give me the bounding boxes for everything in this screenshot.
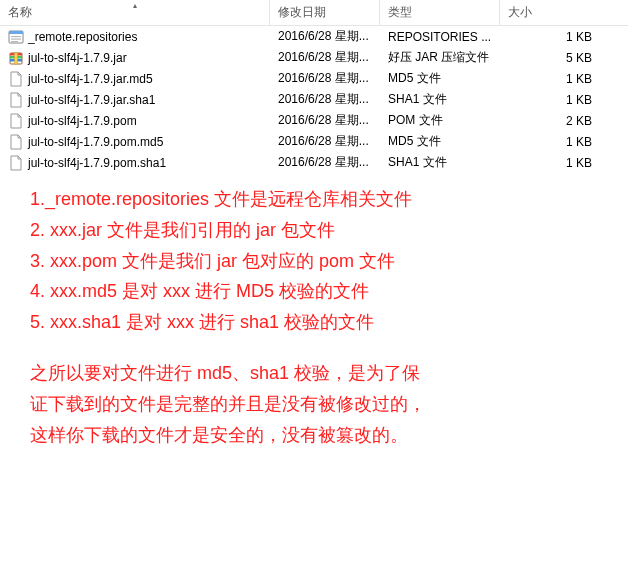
- column-header-row: 名称 ▴ 修改日期 类型 大小: [0, 0, 628, 26]
- annotation-block: 1._remote.repositories 文件是远程仓库相关文件 2. xx…: [0, 173, 628, 461]
- file-row[interactable]: jul-to-slf4j-1.7.9.pom.md52016/6/28 星期..…: [0, 131, 628, 152]
- annotation-line: 这样你下载的文件才是安全的，没有被篡改的。: [30, 421, 598, 450]
- file-row[interactable]: jul-to-slf4j-1.7.9.pom.sha12016/6/28 星期.…: [0, 152, 628, 173]
- file-type: MD5 文件: [380, 133, 500, 150]
- svg-rect-2: [11, 36, 21, 37]
- file-type-icon: [8, 92, 24, 108]
- file-name: jul-to-slf4j-1.7.9.jar: [28, 51, 127, 65]
- file-type-icon: [8, 71, 24, 87]
- file-size: 5 KB: [500, 51, 600, 65]
- file-row[interactable]: jul-to-slf4j-1.7.9.pom2016/6/28 星期...POM…: [0, 110, 628, 131]
- file-date: 2016/6/28 星期...: [270, 70, 380, 87]
- column-header-name[interactable]: 名称 ▴: [0, 0, 270, 25]
- svg-rect-9: [15, 53, 18, 64]
- annotation-line: 2. xxx.jar 文件是我们引用的 jar 包文件: [30, 216, 598, 245]
- file-type-icon: [8, 50, 24, 66]
- file-date: 2016/6/28 星期...: [270, 112, 380, 129]
- column-header-type[interactable]: 类型: [380, 0, 500, 25]
- file-type: MD5 文件: [380, 70, 500, 87]
- file-size: 2 KB: [500, 114, 600, 128]
- file-row[interactable]: jul-to-slf4j-1.7.9.jar.md52016/6/28 星期..…: [0, 68, 628, 89]
- column-header-type-label: 类型: [388, 4, 412, 21]
- file-size: 1 KB: [500, 72, 600, 86]
- sort-asc-icon: ▴: [133, 1, 137, 10]
- file-type: 好压 JAR 压缩文件: [380, 49, 500, 66]
- annotation-line: 3. xxx.pom 文件是我们 jar 包对应的 pom 文件: [30, 247, 598, 276]
- file-name: jul-to-slf4j-1.7.9.jar.sha1: [28, 93, 155, 107]
- file-size: 1 KB: [500, 93, 600, 107]
- column-header-date[interactable]: 修改日期: [270, 0, 380, 25]
- file-size: 1 KB: [500, 156, 600, 170]
- file-type: SHA1 文件: [380, 91, 500, 108]
- column-header-size-label: 大小: [508, 4, 532, 21]
- file-type-icon: [8, 134, 24, 150]
- file-type: POM 文件: [380, 112, 500, 129]
- svg-rect-3: [11, 38, 21, 39]
- file-name: jul-to-slf4j-1.7.9.pom.sha1: [28, 156, 166, 170]
- annotation-line: 证下载到的文件是完整的并且是没有被修改过的，: [30, 390, 598, 419]
- file-row[interactable]: _remote.repositories2016/6/28 星期...REPOS…: [0, 26, 628, 47]
- column-header-date-label: 修改日期: [278, 4, 326, 21]
- file-type-icon: [8, 155, 24, 171]
- file-name: jul-to-slf4j-1.7.9.pom.md5: [28, 135, 163, 149]
- svg-rect-4: [11, 41, 18, 42]
- file-name: jul-to-slf4j-1.7.9.jar.md5: [28, 72, 153, 86]
- column-header-name-label: 名称: [8, 4, 32, 21]
- annotation-line: 5. xxx.sha1 是对 xxx 进行 sha1 校验的文件: [30, 308, 598, 337]
- file-type: REPOSITORIES ...: [380, 30, 500, 44]
- annotation-line: 1._remote.repositories 文件是远程仓库相关文件: [30, 185, 598, 214]
- file-list: _remote.repositories2016/6/28 星期...REPOS…: [0, 26, 628, 173]
- file-date: 2016/6/28 星期...: [270, 28, 380, 45]
- annotation-line: 之所以要对文件进行 md5、sha1 校验，是为了保: [30, 359, 598, 388]
- file-name: _remote.repositories: [28, 30, 137, 44]
- file-type: SHA1 文件: [380, 154, 500, 171]
- file-row[interactable]: jul-to-slf4j-1.7.9.jar2016/6/28 星期...好压 …: [0, 47, 628, 68]
- svg-rect-1: [9, 31, 23, 34]
- file-size: 1 KB: [500, 135, 600, 149]
- file-size: 1 KB: [500, 30, 600, 44]
- file-date: 2016/6/28 星期...: [270, 49, 380, 66]
- file-row[interactable]: jul-to-slf4j-1.7.9.jar.sha12016/6/28 星期.…: [0, 89, 628, 110]
- file-date: 2016/6/28 星期...: [270, 154, 380, 171]
- file-date: 2016/6/28 星期...: [270, 133, 380, 150]
- column-header-size[interactable]: 大小: [500, 0, 600, 25]
- annotation-line: 4. xxx.md5 是对 xxx 进行 MD5 校验的文件: [30, 277, 598, 306]
- file-type-icon: [8, 29, 24, 45]
- file-type-icon: [8, 113, 24, 129]
- file-date: 2016/6/28 星期...: [270, 91, 380, 108]
- file-name: jul-to-slf4j-1.7.9.pom: [28, 114, 137, 128]
